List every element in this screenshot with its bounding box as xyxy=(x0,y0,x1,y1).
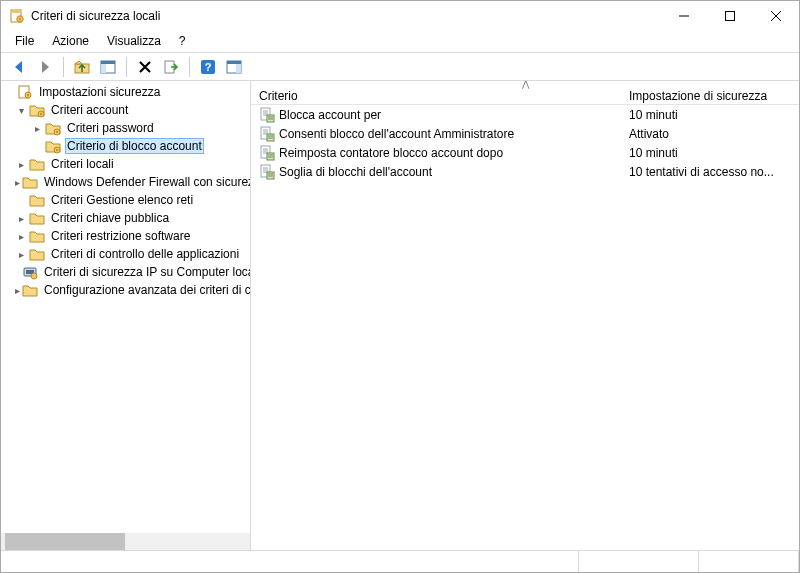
tree-label: Criterio di blocco account xyxy=(65,138,204,154)
minimize-button[interactable] xyxy=(661,1,707,31)
list-item-value: 10 minuti xyxy=(621,146,799,160)
tree-label: Criteri di controllo delle applicazioni xyxy=(49,247,241,261)
menubar: File Azione Visualizza ? xyxy=(1,31,799,51)
twisty-collapsed-icon[interactable]: ▸ xyxy=(15,231,27,242)
tree-label: Impostazioni sicurezza xyxy=(37,85,162,99)
svg-rect-21 xyxy=(56,131,58,133)
tree-label: Criteri di sicurezza IP su Computer loca… xyxy=(42,265,250,279)
policy-item-icon xyxy=(259,107,275,123)
tree-network-list[interactable]: ▸ Criteri Gestione elenco reti xyxy=(1,191,250,209)
column-header-name[interactable]: Criterio xyxy=(251,89,621,103)
list-item-value: 10 tentativi di accesso no... xyxy=(621,165,799,179)
tree[interactable]: ▶ Impostazioni sicurezza ▾ xyxy=(1,81,250,533)
twisty-collapsed-icon[interactable]: ▸ xyxy=(15,249,27,260)
tree-pane: ▶ Impostazioni sicurezza ▾ xyxy=(1,81,251,550)
up-button[interactable] xyxy=(70,55,94,79)
tree-app-control[interactable]: ▸ Criteri di controllo delle applicazion… xyxy=(1,245,250,263)
svg-text:?: ? xyxy=(205,61,212,73)
show-hide-tree-button[interactable] xyxy=(96,55,120,79)
list-item[interactable]: Reimposta contatore blocco account dopo … xyxy=(251,143,799,162)
menu-action[interactable]: Azione xyxy=(44,32,97,50)
folder-icon xyxy=(29,156,45,172)
action-pane-button[interactable] xyxy=(222,55,246,79)
svg-rect-13 xyxy=(227,61,241,64)
maximize-button[interactable] xyxy=(707,1,753,31)
secpol-icon xyxy=(9,8,25,24)
tree-public-key[interactable]: ▸ Criteri chiave pubblica xyxy=(1,209,250,227)
tree-label: Windows Defender Firewall con sicurezza … xyxy=(42,175,250,189)
ipsec-icon xyxy=(22,264,38,280)
tree-firewall[interactable]: ▸ Windows Defender Firewall con sicurezz… xyxy=(1,173,250,191)
folder-policy-icon xyxy=(29,102,45,118)
svg-rect-3 xyxy=(19,18,21,20)
tree-root[interactable]: ▶ Impostazioni sicurezza xyxy=(1,83,250,101)
tree-lockout-policy[interactable]: ▸ Criterio di blocco account xyxy=(1,137,250,155)
folder-icon xyxy=(29,210,45,226)
list-item-value: 10 minuti xyxy=(621,108,799,122)
export-button[interactable] xyxy=(159,55,183,79)
back-button[interactable] xyxy=(7,55,31,79)
tree-ipsec[interactable]: ▸ Criteri di sicurezza IP su Computer lo… xyxy=(1,263,250,281)
delete-button[interactable] xyxy=(133,55,157,79)
twisty-collapsed-icon[interactable]: ▸ xyxy=(31,123,43,134)
list-item[interactable]: Consenti blocco dell'account Amministrat… xyxy=(251,124,799,143)
forward-button[interactable] xyxy=(33,55,57,79)
list-item-name: Blocca account per xyxy=(279,108,381,122)
folder-policy-icon xyxy=(45,138,61,154)
column-header-value[interactable]: Impostazione di sicurezza xyxy=(621,89,799,103)
folder-icon xyxy=(29,246,45,262)
twisty-expanded-icon[interactable]: ▾ xyxy=(15,105,27,116)
statusbar xyxy=(1,550,799,572)
svg-rect-23 xyxy=(56,149,58,151)
twisty-collapsed-icon[interactable]: ▸ xyxy=(15,159,27,170)
tree-label: Criteri locali xyxy=(49,157,116,171)
svg-rect-1 xyxy=(12,11,20,13)
list[interactable]: Blocca account per 10 minuti xyxy=(251,105,799,550)
list-item[interactable]: Blocca account per 10 minuti xyxy=(251,105,799,124)
status-panel xyxy=(699,551,799,572)
twisty-collapsed-icon[interactable]: ▸ xyxy=(15,285,20,296)
tree-software-restrict[interactable]: ▸ Criteri restrizione software xyxy=(1,227,250,245)
menu-view[interactable]: Visualizza xyxy=(99,32,169,50)
svg-rect-8 xyxy=(101,64,106,73)
tree-local-policies[interactable]: ▸ Criteri locali xyxy=(1,155,250,173)
menu-file[interactable]: File xyxy=(7,32,42,50)
scrollbar-thumb[interactable] xyxy=(5,533,125,550)
tree-label: Criteri account xyxy=(49,103,130,117)
tree-account-policies[interactable]: ▾ Criteri account xyxy=(1,101,250,119)
horizontal-scrollbar[interactable] xyxy=(1,533,250,550)
folder-icon xyxy=(29,192,45,208)
tree-label: Criteri chiave pubblica xyxy=(49,211,171,225)
close-button[interactable] xyxy=(753,1,799,31)
body: ▶ Impostazioni sicurezza ▾ xyxy=(1,81,799,550)
sort-indicator-icon: ⋀ xyxy=(251,81,799,89)
svg-rect-4 xyxy=(726,12,735,21)
folder-policy-icon xyxy=(45,120,61,136)
tree-advanced-audit[interactable]: ▸ Configurazione avanzata dei criteri di… xyxy=(1,281,250,299)
svg-rect-17 xyxy=(27,94,29,96)
folder-icon xyxy=(22,282,38,298)
menu-help[interactable]: ? xyxy=(171,32,194,50)
twisty-collapsed-icon[interactable]: ▸ xyxy=(15,213,27,224)
list-item[interactable]: Soglia di blocchi dell'account 10 tentat… xyxy=(251,162,799,181)
help-button[interactable]: ? xyxy=(196,55,220,79)
tree-password-policy[interactable]: ▸ Criteri password xyxy=(1,119,250,137)
svg-rect-7 xyxy=(101,61,115,64)
titlebar: Criteri di sicurezza locali xyxy=(1,1,799,31)
window: Criteri di sicurezza locali File Azione … xyxy=(0,0,800,573)
list-item-value: Attivato xyxy=(621,127,799,141)
policy-item-icon xyxy=(259,145,275,161)
folder-icon xyxy=(22,174,38,190)
svg-rect-19 xyxy=(40,113,42,115)
tree-label: Configurazione avanzata dei criteri di c… xyxy=(42,283,250,297)
tree-label: Criteri Gestione elenco reti xyxy=(49,193,195,207)
toolbar: ? xyxy=(1,53,799,81)
svg-point-26 xyxy=(31,273,37,279)
tree-label: Criteri restrizione software xyxy=(49,229,192,243)
twisty-collapsed-icon[interactable]: ▸ xyxy=(15,177,20,188)
list-item-name: Reimposta contatore blocco account dopo xyxy=(279,146,503,160)
status-panel xyxy=(579,551,699,572)
folder-icon xyxy=(29,228,45,244)
status-panel xyxy=(1,551,579,572)
policy-item-icon xyxy=(259,164,275,180)
